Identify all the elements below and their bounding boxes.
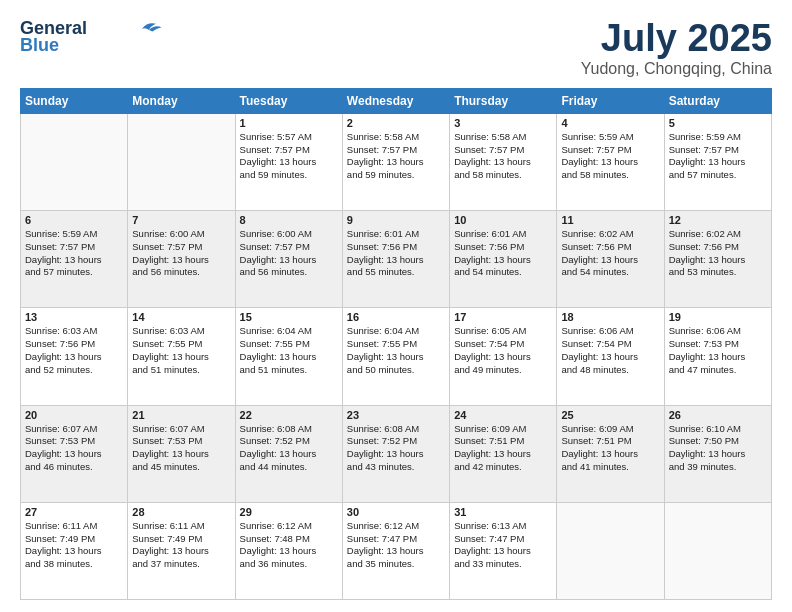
day-info: Sunrise: 5:59 AM bbox=[561, 131, 659, 144]
day-info: Sunset: 7:57 PM bbox=[454, 144, 552, 157]
day-number: 13 bbox=[25, 311, 123, 323]
day-info: Sunrise: 6:00 AM bbox=[132, 228, 230, 241]
day-info: and 52 minutes. bbox=[25, 364, 123, 377]
day-info: Sunset: 7:50 PM bbox=[669, 435, 767, 448]
col-saturday: Saturday bbox=[664, 88, 771, 113]
day-info: Sunset: 7:48 PM bbox=[240, 533, 338, 546]
day-info: and 54 minutes. bbox=[561, 266, 659, 279]
table-row: 11Sunrise: 6:02 AMSunset: 7:56 PMDayligh… bbox=[557, 211, 664, 308]
day-info: Sunrise: 6:12 AM bbox=[347, 520, 445, 533]
day-info: Sunset: 7:47 PM bbox=[347, 533, 445, 546]
day-number: 6 bbox=[25, 214, 123, 226]
day-info: and 46 minutes. bbox=[25, 461, 123, 474]
day-info: Sunrise: 6:10 AM bbox=[669, 423, 767, 436]
day-info: Sunset: 7:56 PM bbox=[561, 241, 659, 254]
day-info: and 57 minutes. bbox=[669, 169, 767, 182]
day-number: 31 bbox=[454, 506, 552, 518]
table-row: 20Sunrise: 6:07 AMSunset: 7:53 PMDayligh… bbox=[21, 405, 128, 502]
day-info: Sunrise: 6:07 AM bbox=[25, 423, 123, 436]
day-info: Daylight: 13 hours bbox=[132, 448, 230, 461]
day-info: Sunset: 7:57 PM bbox=[561, 144, 659, 157]
day-info: Daylight: 13 hours bbox=[669, 254, 767, 267]
day-info: Sunrise: 5:57 AM bbox=[240, 131, 338, 144]
header: General Blue July 2025 Yudong, Chongqing… bbox=[20, 18, 772, 78]
title-block: July 2025 Yudong, Chongqing, China bbox=[581, 18, 772, 78]
day-info: Sunrise: 6:08 AM bbox=[240, 423, 338, 436]
day-info: and 50 minutes. bbox=[347, 364, 445, 377]
day-info: Daylight: 13 hours bbox=[25, 545, 123, 558]
table-row: 28Sunrise: 6:11 AMSunset: 7:49 PMDayligh… bbox=[128, 502, 235, 599]
day-number: 27 bbox=[25, 506, 123, 518]
calendar-table: Sunday Monday Tuesday Wednesday Thursday… bbox=[20, 88, 772, 600]
table-row bbox=[664, 502, 771, 599]
table-row: 9Sunrise: 6:01 AMSunset: 7:56 PMDaylight… bbox=[342, 211, 449, 308]
table-row: 7Sunrise: 6:00 AMSunset: 7:57 PMDaylight… bbox=[128, 211, 235, 308]
day-info: Sunrise: 6:03 AM bbox=[132, 325, 230, 338]
day-info: Sunrise: 6:02 AM bbox=[669, 228, 767, 241]
day-info: Daylight: 13 hours bbox=[347, 156, 445, 169]
day-info: Sunset: 7:52 PM bbox=[240, 435, 338, 448]
day-info: Sunrise: 6:12 AM bbox=[240, 520, 338, 533]
day-info: Daylight: 13 hours bbox=[669, 351, 767, 364]
day-info: Sunset: 7:53 PM bbox=[25, 435, 123, 448]
table-row: 19Sunrise: 6:06 AMSunset: 7:53 PMDayligh… bbox=[664, 308, 771, 405]
day-info: and 58 minutes. bbox=[561, 169, 659, 182]
day-info: Sunrise: 5:58 AM bbox=[347, 131, 445, 144]
day-info: Sunrise: 6:05 AM bbox=[454, 325, 552, 338]
logo: General Blue bbox=[20, 18, 163, 56]
table-row: 12Sunrise: 6:02 AMSunset: 7:56 PMDayligh… bbox=[664, 211, 771, 308]
table-row: 27Sunrise: 6:11 AMSunset: 7:49 PMDayligh… bbox=[21, 502, 128, 599]
day-number: 30 bbox=[347, 506, 445, 518]
day-info: Sunset: 7:56 PM bbox=[669, 241, 767, 254]
day-info: Sunset: 7:57 PM bbox=[347, 144, 445, 157]
table-row: 16Sunrise: 6:04 AMSunset: 7:55 PMDayligh… bbox=[342, 308, 449, 405]
table-row: 31Sunrise: 6:13 AMSunset: 7:47 PMDayligh… bbox=[450, 502, 557, 599]
day-info: and 35 minutes. bbox=[347, 558, 445, 571]
day-info: Daylight: 13 hours bbox=[347, 545, 445, 558]
table-row: 18Sunrise: 6:06 AMSunset: 7:54 PMDayligh… bbox=[557, 308, 664, 405]
table-row: 29Sunrise: 6:12 AMSunset: 7:48 PMDayligh… bbox=[235, 502, 342, 599]
day-info: Daylight: 13 hours bbox=[25, 351, 123, 364]
day-number: 2 bbox=[347, 117, 445, 129]
col-friday: Friday bbox=[557, 88, 664, 113]
day-number: 20 bbox=[25, 409, 123, 421]
day-info: and 47 minutes. bbox=[669, 364, 767, 377]
day-info: Daylight: 13 hours bbox=[561, 254, 659, 267]
day-number: 16 bbox=[347, 311, 445, 323]
day-info: and 56 minutes. bbox=[240, 266, 338, 279]
day-info: Sunrise: 6:01 AM bbox=[454, 228, 552, 241]
day-number: 19 bbox=[669, 311, 767, 323]
table-row: 14Sunrise: 6:03 AMSunset: 7:55 PMDayligh… bbox=[128, 308, 235, 405]
day-number: 8 bbox=[240, 214, 338, 226]
day-info: and 44 minutes. bbox=[240, 461, 338, 474]
table-row bbox=[128, 113, 235, 210]
day-info: and 36 minutes. bbox=[240, 558, 338, 571]
table-row: 8Sunrise: 6:00 AMSunset: 7:57 PMDaylight… bbox=[235, 211, 342, 308]
table-row: 25Sunrise: 6:09 AMSunset: 7:51 PMDayligh… bbox=[557, 405, 664, 502]
table-row bbox=[557, 502, 664, 599]
day-info: Daylight: 13 hours bbox=[240, 254, 338, 267]
day-info: Sunrise: 5:58 AM bbox=[454, 131, 552, 144]
day-info: Sunrise: 6:02 AM bbox=[561, 228, 659, 241]
day-info: Sunset: 7:47 PM bbox=[454, 533, 552, 546]
day-info: Daylight: 13 hours bbox=[25, 254, 123, 267]
day-info: Daylight: 13 hours bbox=[240, 156, 338, 169]
day-info: Daylight: 13 hours bbox=[454, 156, 552, 169]
day-number: 23 bbox=[347, 409, 445, 421]
day-info: Sunrise: 5:59 AM bbox=[25, 228, 123, 241]
day-number: 10 bbox=[454, 214, 552, 226]
day-info: Sunset: 7:51 PM bbox=[454, 435, 552, 448]
day-info: Sunrise: 6:01 AM bbox=[347, 228, 445, 241]
day-info: and 49 minutes. bbox=[454, 364, 552, 377]
day-number: 15 bbox=[240, 311, 338, 323]
day-info: Sunset: 7:57 PM bbox=[25, 241, 123, 254]
day-info: Sunrise: 6:09 AM bbox=[561, 423, 659, 436]
day-info: Daylight: 13 hours bbox=[454, 351, 552, 364]
day-info: and 51 minutes. bbox=[132, 364, 230, 377]
table-row bbox=[21, 113, 128, 210]
header-row: Sunday Monday Tuesday Wednesday Thursday… bbox=[21, 88, 772, 113]
day-info: and 37 minutes. bbox=[132, 558, 230, 571]
day-number: 29 bbox=[240, 506, 338, 518]
day-info: Sunrise: 6:00 AM bbox=[240, 228, 338, 241]
day-info: and 56 minutes. bbox=[132, 266, 230, 279]
